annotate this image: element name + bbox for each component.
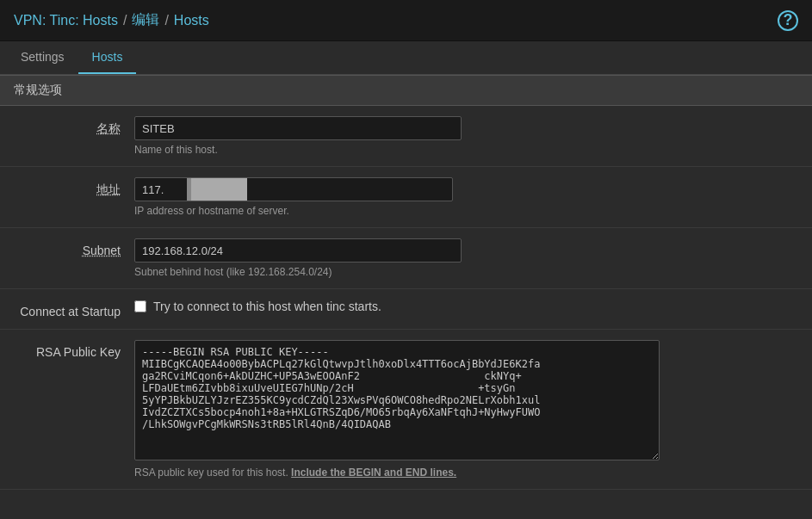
tab-bar: Settings Hosts: [0, 41, 812, 75]
breadcrumb-sep-1: /: [123, 13, 127, 28]
connect-startup-checkbox-row: Try to connect to this host when tinc st…: [134, 300, 798, 313]
breadcrumb-current: Hosts: [174, 13, 209, 28]
connect-startup-row: Connect at Startup Try to connect to thi…: [0, 289, 812, 330]
breadcrumb: VPN: Tinc: Hosts / 编辑 / Hosts: [14, 11, 209, 29]
tab-settings[interactable]: Settings: [7, 41, 78, 74]
breadcrumb-edit[interactable]: 编辑: [132, 11, 159, 29]
name-row: 名称 Name of this host.: [0, 106, 812, 167]
name-hint: Name of this host.: [134, 144, 798, 156]
page-header: VPN: Tinc: Hosts / 编辑 / Hosts ?: [0, 0, 812, 41]
rsa-hint-bold: Include the BEGIN and END lines.: [291, 466, 456, 479]
subnet-label: Subnet: [14, 238, 134, 257]
form-content: 名称 Name of this host. 地址 IP address or h…: [0, 106, 812, 490]
rsa-hint-normal: RSA public key used for this host.: [134, 466, 288, 479]
rsa-textarea[interactable]: [134, 340, 660, 460]
breadcrumb-vpn-tinc-hosts[interactable]: VPN: Tinc: Hosts: [14, 13, 118, 28]
connect-startup-checkbox-text: Try to connect to this host when tinc st…: [153, 300, 381, 313]
section-title: 常规选项: [0, 75, 812, 106]
subnet-row: Subnet Subnet behind host (like 192.168.…: [0, 228, 812, 289]
address-input[interactable]: [134, 177, 453, 201]
name-field: Name of this host.: [134, 116, 798, 156]
tab-hosts[interactable]: Hosts: [78, 41, 137, 74]
rsa-field: RSA public key used for this host. Inclu…: [134, 340, 798, 479]
connect-startup-checkbox[interactable]: [134, 300, 146, 312]
subnet-input[interactable]: [134, 238, 462, 263]
subnet-hint: Subnet behind host (like 192.168.254.0/2…: [134, 266, 798, 278]
address-label: 地址: [14, 177, 134, 198]
address-field: IP address or hostname of server.: [134, 177, 798, 217]
connect-startup-field: Try to connect to this host when tinc st…: [134, 300, 798, 313]
address-hint: IP address or hostname of server.: [134, 205, 798, 217]
help-icon[interactable]: ?: [778, 10, 798, 31]
rsa-label: RSA Public Key: [14, 340, 134, 359]
breadcrumb-sep-2: /: [164, 13, 168, 28]
name-input[interactable]: [134, 116, 462, 140]
rsa-row: RSA Public Key RSA public key used for t…: [0, 330, 812, 490]
subnet-field: Subnet behind host (like 192.168.254.0/2…: [134, 238, 798, 278]
ip-field-group: [134, 177, 798, 201]
rsa-textarea-wrapper: [134, 340, 798, 463]
connect-startup-label: Connect at Startup: [14, 300, 134, 318]
name-label: 名称: [14, 116, 134, 137]
rsa-hint: RSA public key used for this host. Inclu…: [134, 466, 798, 479]
address-row: 地址 IP address or hostname of server.: [0, 167, 812, 228]
